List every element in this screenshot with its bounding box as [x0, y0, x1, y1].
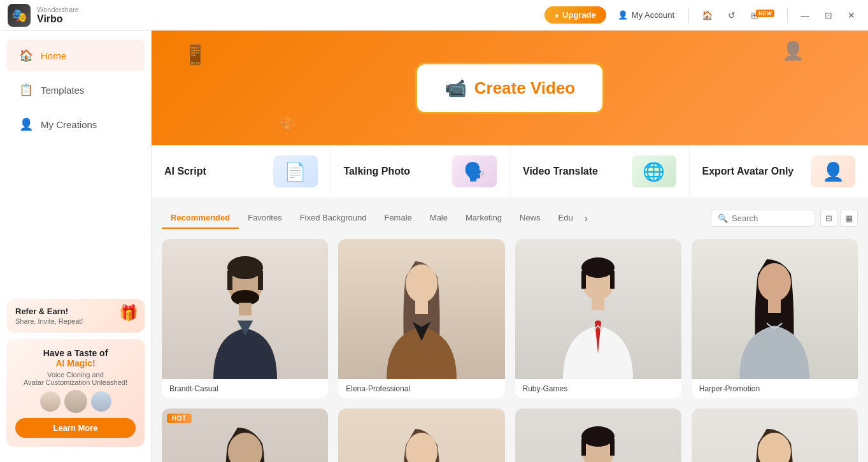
create-video-label: Create Video — [474, 78, 575, 98]
svg-rect-13 — [592, 299, 604, 310]
avatar-card-ruby[interactable]: Ruby-Games — [515, 239, 681, 398]
avatar-search-box[interactable]: 🔍 — [711, 210, 815, 227]
avatar-card-harper[interactable]: Harper-Promotion — [692, 239, 858, 398]
avatar-image-bottom4 — [692, 408, 858, 462]
home-icon-btn[interactable]: 🏠 — [697, 8, 718, 23]
sidebar-item-home[interactable]: 🏠 Home — [6, 40, 145, 71]
minimize-button[interactable]: — — [795, 8, 815, 23]
avatar-image-elena — [338, 239, 504, 379]
avatar-image-bottom3 — [515, 408, 681, 462]
tab-recommended[interactable]: Recommended — [162, 208, 239, 229]
tab-fixed-background[interactable]: Fixed Background — [291, 208, 376, 229]
sidebar-my-creations-label: My Creations — [41, 119, 97, 130]
promo-title: Have a Taste of AI Magic! — [15, 348, 136, 368]
my-account-label: My Account — [632, 10, 674, 20]
feature-cards-row: AI Script 📄 Talking Photo 🗣️ Video Trans… — [152, 145, 868, 198]
create-video-icon: 📹 — [445, 78, 467, 99]
refer-emoji: 🎁 — [119, 304, 138, 322]
svg-rect-12 — [610, 271, 615, 289]
account-icon: 👤 — [618, 10, 628, 20]
hero-banner: 📱 👤 🎨 📹 Create Video — [152, 31, 868, 145]
filter-tabs-bar: Recommended Favorites Fixed Background F… — [152, 198, 868, 229]
history-icon-btn[interactable]: ↺ — [723, 8, 741, 23]
learn-more-button[interactable]: Learn More — [15, 418, 136, 438]
grid-view-button[interactable]: ⊟ — [820, 210, 837, 227]
close-button[interactable]: ✕ — [843, 8, 860, 23]
sidebar-templates-label: Templates — [41, 85, 84, 96]
feature-card-export-avatar[interactable]: Export Avatar Only 👤 — [690, 145, 869, 198]
sidebar-item-my-creations[interactable]: 👤 My Creations — [6, 108, 145, 140]
hot-badge: HOT — [167, 414, 192, 423]
svg-rect-16 — [768, 300, 781, 313]
tab-male[interactable]: Male — [421, 208, 457, 229]
promo-avatar-1 — [40, 391, 60, 412]
avatar-card-elena[interactable]: Elena-Professional — [338, 239, 504, 398]
svg-point-7 — [406, 264, 438, 303]
sidebar: 🏠 Home 📋 Templates 👤 My Creations 🎁 Refe… — [0, 31, 152, 462]
avatar-grid: Brandt-Casual — [152, 229, 868, 462]
avatar-image-brandt — [162, 239, 328, 379]
separator — [688, 8, 689, 23]
feature-card-video-translate[interactable]: Video Translate 🌐 — [510, 145, 690, 198]
sidebar-home-label: Home — [41, 50, 66, 61]
svg-point-1 — [227, 256, 263, 279]
svg-rect-2 — [227, 271, 232, 290]
new-badge: NEW — [756, 10, 774, 17]
avatar-card-bottom2[interactable] — [338, 408, 504, 462]
ai-script-thumb: 📄 — [273, 155, 318, 187]
promo-avatar-2 — [64, 390, 87, 413]
svg-rect-25 — [581, 439, 586, 456]
avatar-name-brandt: Brandt-Casual — [162, 379, 328, 398]
main-layout: 🏠 Home 📋 Templates 👤 My Creations 🎁 Refe… — [0, 31, 868, 462]
refer-subtitle: Share, Invite, Repeat! — [15, 317, 136, 325]
avatar-card-bottom1[interactable]: HOT — [162, 408, 328, 462]
talking-photo-thumb: 🗣️ — [452, 155, 497, 187]
titlebar: 🎭 Wondershare Virbo Upgrade 👤 My Account… — [0, 0, 868, 31]
app-logo: 🎭 — [8, 4, 31, 27]
export-avatar-thumb: 👤 — [811, 155, 855, 187]
list-view-button[interactable]: ▦ — [840, 210, 858, 227]
app-logo-area: 🎭 Wondershare Virbo — [8, 4, 79, 27]
search-input[interactable] — [732, 213, 808, 223]
avatar-card-bottom4[interactable] — [692, 408, 858, 462]
my-account-button[interactable]: 👤 My Account — [611, 6, 681, 24]
avatar-image-bottom2 — [338, 408, 504, 462]
search-icon: 🔍 — [718, 213, 728, 223]
video-translate-label: Video Translate — [523, 166, 598, 177]
svg-rect-5 — [239, 303, 252, 315]
restore-button[interactable]: ⊡ — [820, 8, 837, 23]
svg-rect-11 — [581, 271, 586, 289]
avatar-name-elena: Elena-Professional — [338, 379, 504, 398]
svg-rect-26 — [610, 439, 615, 456]
tab-favorites[interactable]: Favorites — [239, 208, 290, 229]
sidebar-item-templates[interactable]: 📋 Templates — [6, 74, 145, 106]
separator2 — [787, 8, 788, 23]
avatar-name-ruby: Ruby-Games — [515, 379, 681, 398]
avatar-card-brandt[interactable]: Brandt-Casual — [162, 239, 328, 398]
refer-title: Refer & Earn! — [15, 307, 136, 316]
grid-icon-btn[interactable]: ⊞NEW — [746, 8, 779, 23]
svg-rect-3 — [258, 271, 263, 290]
tab-female[interactable]: Female — [375, 208, 420, 229]
promo-avatars — [15, 391, 136, 413]
tab-edu[interactable]: Edu — [550, 208, 582, 229]
sidebar-bottom: 🎁 Refer & Earn! Share, Invite, Repeat! H… — [0, 291, 151, 454]
promo-card: Have a Taste of AI Magic! Voice Cloning … — [6, 339, 145, 447]
avatar-name-harper: Harper-Promotion — [692, 379, 858, 398]
home-sidebar-icon: 🏠 — [19, 48, 33, 62]
tab-news[interactable]: News — [511, 208, 550, 229]
app-name: Wondershare Virbo — [37, 6, 79, 25]
avatar-card-bottom3[interactable] — [515, 408, 681, 462]
tab-marketing[interactable]: Marketing — [457, 208, 511, 229]
app-brand: Wondershare — [37, 6, 79, 13]
svg-point-21 — [406, 433, 438, 462]
upgrade-button[interactable]: Upgrade — [544, 6, 606, 24]
more-tabs-button[interactable]: › — [582, 213, 590, 224]
refer-earn-card[interactable]: 🎁 Refer & Earn! Share, Invite, Repeat! — [6, 299, 145, 333]
app-product: Virbo — [37, 13, 79, 25]
feature-card-ai-script[interactable]: AI Script 📄 — [152, 145, 331, 198]
promo-highlight: AI Magic! — [55, 358, 95, 368]
create-video-button[interactable]: 📹 Create Video — [417, 64, 602, 112]
view-toggle: ⊟ ▦ — [820, 210, 858, 227]
feature-card-talking-photo[interactable]: Talking Photo 🗣️ — [331, 145, 511, 198]
